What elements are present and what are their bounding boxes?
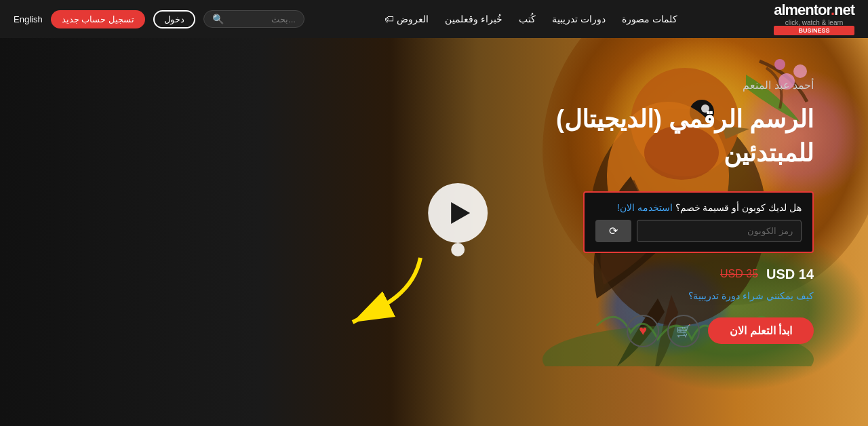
coupon-input[interactable]: [637, 220, 802, 242]
nav-offers[interactable]: العروض 🏷: [384, 14, 429, 24]
nav-books[interactable]: كُتب: [519, 14, 536, 24]
how-to-buy-link[interactable]: كيف يمكنني شراء دورة تدريبية؟: [488, 290, 814, 301]
nav-courses[interactable]: دورات تدريبية: [552, 14, 606, 24]
price-row: USD 14 USD 35: [488, 267, 814, 282]
wishlist-button[interactable]: ♥: [627, 315, 659, 347]
coupon-refresh-button[interactable]: ⟳: [595, 220, 631, 242]
heart-icon: ♥: [639, 323, 647, 338]
cart-icon: 🛒: [676, 324, 691, 338]
coupon-cta-link[interactable]: استخدمه الان!: [617, 202, 673, 213]
logo-net: net: [834, 1, 854, 18]
business-badge: BUSINESS: [774, 26, 854, 35]
price-current: USD 14: [766, 267, 814, 282]
logo-almentor: almentor: [774, 1, 831, 18]
nav-links: كلمات مصورة دورات تدريبية كُتب خُبراء وق…: [304, 14, 757, 24]
navbar: almentor.net click, watch & learn BUSINE…: [0, 0, 868, 38]
course-title: الرسم الرقمي (الديجيتال) للمبتدئين: [488, 102, 814, 171]
coupon-question: هل لديك كوبون أو قسيمة خصم؟ استخدمه الان…: [595, 202, 802, 213]
logo-container: almentor.net click, watch & learn BUSINE…: [774, 3, 854, 35]
instructor-name: أحمد عبد المنعم: [488, 79, 814, 92]
action-buttons: ابدأ التعلم الان 🛒 ♥: [488, 315, 814, 347]
start-learning-button[interactable]: ابدأ التعلم الان: [708, 317, 814, 344]
nav-left-controls: 🔍 دخول تسجيل حساب جديد English: [14, 10, 304, 28]
language-button[interactable]: English: [14, 14, 43, 24]
nav-experts[interactable]: خُبراء وقعلمين: [445, 14, 502, 24]
cart-button[interactable]: 🛒: [667, 315, 700, 347]
logo-subtitle: click, watch & learn: [774, 19, 854, 27]
play-button-area: [428, 183, 488, 243]
login-button[interactable]: دخول: [153, 10, 195, 28]
nav-keywords[interactable]: كلمات مصورة: [622, 14, 677, 24]
hero-content: أحمد عبد المنعم الرسم الرقمي (الديجيتال)…: [461, 38, 868, 374]
yellow-arrow: [332, 251, 434, 332]
logo-text: almentor.net: [774, 3, 854, 18]
search-input[interactable]: [228, 14, 296, 24]
play-bubble: [451, 243, 465, 256]
coupon-row: ⟳: [595, 220, 802, 242]
price-old: USD 35: [720, 268, 758, 280]
play-icon: [451, 202, 470, 224]
search-box[interactable]: 🔍: [203, 10, 304, 28]
register-button[interactable]: تسجيل حساب جديد: [51, 10, 145, 28]
play-button[interactable]: [428, 183, 488, 243]
coupon-box: هل لديك كوبون أو قسيمة خصم؟ استخدمه الان…: [583, 191, 814, 253]
search-icon: 🔍: [212, 14, 224, 24]
